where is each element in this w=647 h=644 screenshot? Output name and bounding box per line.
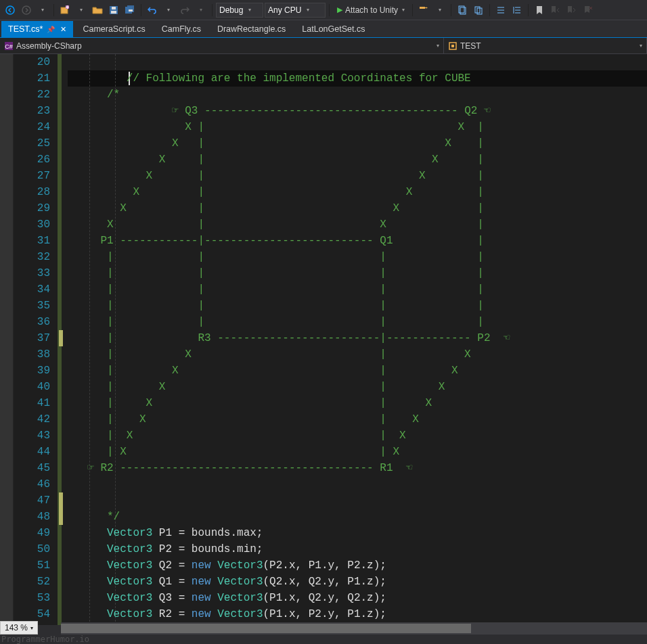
horizontal-scrollbar[interactable]	[61, 622, 647, 635]
watermark: ProgrammerHumor.io	[1, 635, 89, 644]
find-in-files-icon[interactable]	[455, 3, 470, 18]
history-caret-icon[interactable]: ▾	[35, 3, 50, 18]
tab-label: CameraScript.cs	[83, 24, 145, 34]
redo-icon[interactable]	[177, 3, 192, 18]
nav-project-label: Assembly-CSharp	[16, 41, 82, 51]
dropdown-caret-icon[interactable]: ▾	[74, 3, 89, 18]
undo-caret-icon[interactable]: ▾	[161, 3, 176, 18]
comment-out-icon[interactable]	[493, 3, 508, 18]
save-icon[interactable]	[106, 3, 121, 18]
solution-config-combo[interactable]: Debug▾	[216, 3, 263, 18]
nav-member[interactable]: TEST ▾	[444, 38, 647, 53]
tab-drawrectangle[interactable]: DrawRectangle.cs	[210, 21, 292, 37]
prev-bookmark-icon[interactable]	[548, 3, 563, 18]
tab-label: LatLonGetSet.cs	[302, 24, 365, 34]
pin-icon[interactable]: 📌	[47, 26, 55, 33]
document-tabs: TEST.cs* 📌 ✕ CameraScript.cs CamFly.cs D…	[0, 20, 647, 38]
solution-platform-label: Any CPU	[268, 5, 301, 15]
svg-rect-10	[420, 7, 425, 9]
zoom-combo[interactable]: 143 % ▾	[0, 621, 38, 635]
tab-latlongetset[interactable]: LatLonGetSet.cs	[295, 21, 372, 37]
play-icon: ▶	[337, 5, 342, 14]
nav-project[interactable]: C# Assembly-CSharp ▾	[0, 38, 444, 53]
main-toolbar: ▾ ▾ ▾ ▾ Debug▾ Any CPU▾ ▶ Attach to Unit…	[0, 0, 647, 20]
redo-caret-icon[interactable]: ▾	[194, 3, 208, 18]
class-icon	[448, 41, 458, 51]
open-file-icon[interactable]	[90, 3, 105, 18]
undo-icon[interactable]	[145, 3, 160, 18]
step-caret-icon[interactable]: ▾	[432, 3, 447, 18]
scrollbar-thumb[interactable]	[61, 624, 471, 633]
zoom-label: 143 %	[5, 623, 28, 632]
tab-label: CamFly.cs	[162, 24, 201, 34]
solution-config-label: Debug	[219, 5, 243, 15]
solution-platform-combo[interactable]: Any CPU▾	[265, 3, 326, 18]
svg-point-0	[6, 6, 14, 14]
bookmark-icon[interactable]	[532, 3, 547, 18]
svg-text:C#: C#	[5, 43, 13, 50]
new-project-icon[interactable]	[58, 3, 72, 18]
breakpoint-margin[interactable]	[0, 54, 14, 625]
nav-member-label: TEST	[460, 41, 481, 51]
svg-rect-5	[111, 11, 116, 14]
uncomment-icon[interactable]	[510, 3, 525, 18]
start-debug-button[interactable]: ▶ Attach to Unity ▾	[333, 3, 409, 18]
navigation-bar: C# Assembly-CSharp ▾ TEST ▾	[0, 38, 647, 54]
svg-rect-18	[451, 45, 454, 47]
close-icon[interactable]: ✕	[60, 25, 66, 34]
code-editor[interactable]: 2021222324252627282930313233343536373839…	[0, 54, 647, 625]
copy-icon[interactable]	[471, 3, 486, 18]
line-number-gutter: 2021222324252627282930313233343536373839…	[14, 54, 55, 625]
change-track	[55, 54, 68, 625]
next-bookmark-icon[interactable]	[564, 3, 579, 18]
tab-camfly[interactable]: CamFly.cs	[155, 21, 208, 37]
attach-label: Attach to Unity	[345, 5, 398, 15]
save-all-icon[interactable]	[122, 3, 137, 18]
nav-back-icon[interactable]	[3, 3, 18, 18]
clear-bookmarks-icon[interactable]	[581, 3, 596, 18]
tab-camerascript[interactable]: CameraScript.cs	[76, 21, 152, 37]
nav-fwd-icon[interactable]	[19, 3, 34, 18]
svg-rect-9	[129, 9, 133, 12]
svg-rect-6	[112, 7, 116, 9]
code-area[interactable]: // Following are the implemented Coordin…	[68, 54, 647, 625]
tab-label: TEST.cs*	[8, 24, 43, 34]
tab-test-cs[interactable]: TEST.cs* 📌 ✕	[1, 21, 73, 37]
tab-label: DrawRectangle.cs	[217, 24, 286, 34]
step-icon[interactable]	[416, 3, 431, 18]
svg-point-1	[22, 6, 30, 14]
csharp-project-icon: C#	[4, 41, 14, 51]
